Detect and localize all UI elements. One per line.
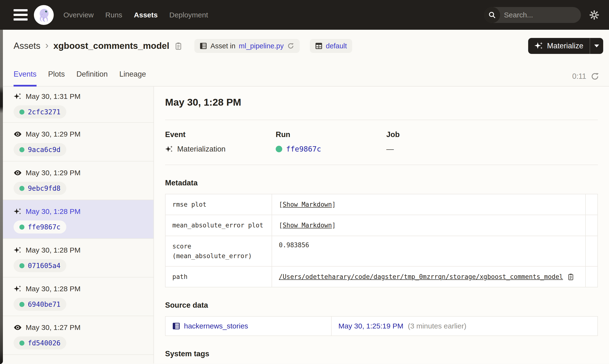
source-data-heading: Source data [165, 301, 598, 310]
metadata-heading: Metadata [165, 179, 598, 187]
nav-right: / [484, 7, 599, 23]
source-time-note: (3 minutes earlier) [408, 322, 466, 330]
event-detail-title: May 30, 1:28 PM [165, 97, 598, 108]
run-id-pill[interactable]: 6940be71 [14, 298, 66, 311]
table-row: hackernews_stories May 30, 1:25:19 PM (3… [165, 316, 598, 336]
pipeline-file-link[interactable]: ml_pipeline.py [239, 42, 284, 50]
breadcrumb: Assets › xgboost_comments_model [14, 39, 352, 53]
nav-item-runs[interactable]: Runs [105, 11, 122, 19]
asset-group-pill[interactable]: default [310, 39, 352, 53]
run-status-dot [19, 109, 25, 115]
table-row: mean_absolute_error plot [Show Markdown] [165, 215, 598, 236]
run-id-pill[interactable]: 9aca6c9d [14, 143, 66, 156]
primary-nav: Overview Runs Assets Deployment [63, 11, 208, 19]
nav-item-deployment[interactable]: Deployment [169, 11, 208, 19]
materialize-label: Materialize [547, 41, 583, 50]
breadcrumb-separator: › [45, 40, 48, 51]
run-status-dot [19, 302, 25, 307]
copy-path-icon[interactable] [567, 273, 575, 281]
run-id-pill[interactable]: 9ebc9fd8 [14, 182, 66, 195]
hamburger-menu-icon[interactable] [14, 9, 28, 21]
tab-definition[interactable]: Definition [76, 70, 108, 87]
materialization-icon [165, 145, 173, 153]
event-label: Event [165, 130, 276, 139]
run-id-pill[interactable]: ffe9867c [14, 221, 66, 234]
bracket: [ [279, 201, 283, 208]
run-id-link[interactable]: 9aca6c9d [28, 146, 60, 154]
run-id-pill[interactable]: 2cfc3271 [14, 105, 66, 118]
tab-events[interactable]: Events [14, 70, 37, 87]
event-timestamp: May 30, 1:28 PM [26, 285, 81, 293]
gear-icon[interactable] [589, 10, 599, 20]
divider [165, 120, 598, 120]
tab-plots[interactable]: Plots [48, 70, 65, 87]
event-list-item[interactable]: May 30, 1:27 PM fd540026 [0, 316, 153, 355]
run-status-dot [19, 263, 25, 268]
run-id-link[interactable]: ffe9867c [286, 145, 321, 153]
metadata-key: mean_absolute_error plot [165, 215, 272, 236]
source-time-cell: May 30, 1:25:19 PM (3 minutes earlier) [331, 316, 598, 336]
show-markdown-link[interactable]: Show Markdown [283, 222, 332, 229]
chevron-down-icon [594, 44, 599, 47]
bracket: [ [279, 222, 283, 229]
run-status-dot [19, 147, 25, 152]
event-list-item[interactable]: May 30, 1:28 PM 071605a4 [0, 239, 153, 277]
run-id-link[interactable]: 9ebc9fd8 [28, 184, 60, 192]
show-markdown-link[interactable]: Show Markdown [283, 201, 332, 208]
dagster-logo[interactable] [34, 5, 54, 25]
bracket: ] [332, 201, 336, 208]
run-id-pill[interactable]: fd540026 [14, 337, 66, 350]
event-timestamp: May 30, 1:28 PM [26, 246, 81, 254]
copy-asset-name-icon[interactable] [174, 41, 183, 50]
event-run-job-summary: Event Materialization Run [165, 130, 598, 154]
event-list-item[interactable]: May 30, 1:31 PM 2cfc3271 [0, 87, 153, 123]
materialization-icon [14, 207, 22, 216]
materialize-sparkle-icon [534, 41, 543, 50]
metadata-value: 0.983856 [272, 236, 585, 267]
event-timestamp: May 30, 1:31 PM [26, 92, 81, 101]
run-id-link[interactable]: 2cfc3271 [28, 108, 60, 116]
event-list-item[interactable]: May 30, 1:29 PM 9ebc9fd8 [0, 161, 153, 200]
asset-in-label: Asset in [210, 42, 235, 50]
nav-item-overview[interactable]: Overview [63, 11, 94, 19]
metadata-key: rmse plot [165, 194, 272, 215]
source-data-table: hackernews_stories May 30, 1:25:19 PM (3… [165, 316, 598, 336]
search-icon [484, 7, 500, 23]
run-id-link[interactable]: 6940be71 [28, 300, 60, 308]
storage-path-link[interactable]: /Users/odetteharary/code/dagster/tmp_0mz… [279, 273, 563, 280]
run-column: Run ffe9867c [276, 130, 386, 154]
upstream-asset-link[interactable]: hackernews_stories [184, 322, 248, 330]
materialize-button-group: Materialize [528, 38, 603, 54]
breadcrumb-assets-link[interactable]: Assets [14, 41, 41, 51]
search-box[interactable]: / [484, 7, 581, 23]
metadata-value: [Show Markdown] [272, 194, 585, 215]
run-id-link[interactable]: ffe9867c [28, 223, 60, 231]
materialize-button[interactable]: Materialize [528, 38, 590, 54]
event-list-item-selected[interactable]: May 30, 1:28 PM ffe9867c [0, 200, 153, 239]
observation-eye-icon [14, 130, 22, 138]
event-list-item[interactable]: May 30, 1:29 PM 9aca6c9d [0, 123, 153, 161]
materialization-icon [14, 246, 22, 254]
job-column: Job — [386, 130, 598, 154]
reload-definition-icon[interactable] [287, 42, 294, 50]
observation-eye-icon [14, 323, 22, 332]
table-row: score (mean_absolute_error) 0.983856 [165, 236, 598, 267]
tab-lineage[interactable]: Lineage [119, 70, 146, 87]
refresh-icon[interactable] [591, 72, 599, 81]
event-list-item[interactable]: May 30, 1:28 PM 6940be71 [0, 277, 153, 316]
table-spacer-cell [585, 236, 598, 267]
run-id-link[interactable]: fd540026 [28, 339, 60, 347]
job-label: Job [386, 130, 598, 139]
event-detail-panel: May 30, 1:28 PM Event Materializatio [154, 87, 609, 364]
page-title: xgboost_comments_model [53, 41, 169, 51]
nav-item-assets[interactable]: Assets [134, 11, 158, 19]
source-materialization-time-link[interactable]: May 30, 1:25:19 PM [338, 322, 403, 330]
refresh-countdown: 0:11 [572, 72, 586, 81]
run-id-pill[interactable]: 071605a4 [14, 259, 66, 272]
materialize-dropdown-button[interactable] [590, 38, 603, 54]
asset-group-link[interactable]: default [326, 42, 347, 50]
search-input[interactable] [500, 11, 581, 19]
run-id-link[interactable]: 071605a4 [28, 262, 60, 270]
event-timestamp: May 30, 1:27 PM [26, 323, 81, 332]
event-list: May 30, 1:31 PM 2cfc3271 [0, 87, 154, 364]
